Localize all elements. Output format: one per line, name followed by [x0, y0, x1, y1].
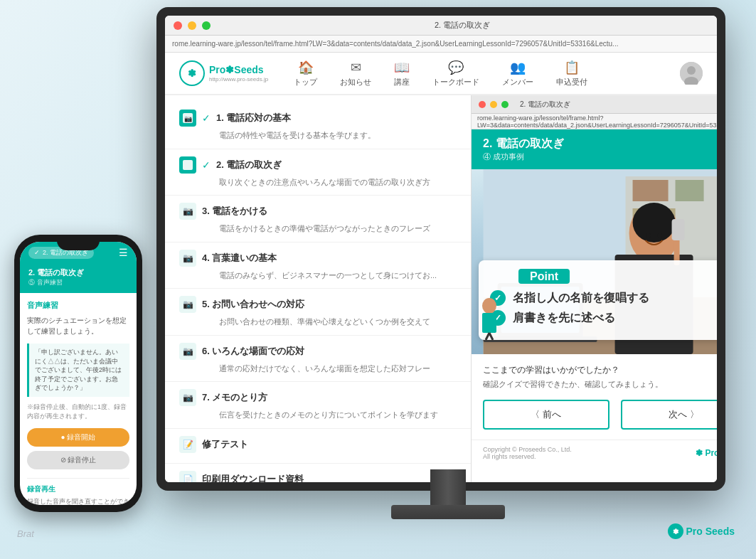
svg-point-22 [658, 233, 662, 238]
svg-rect-5 [183, 160, 193, 170]
inner-close-btn[interactable] [479, 101, 486, 108]
footer-logo-icon: ✽ [696, 448, 703, 458]
stand-base [391, 505, 505, 519]
lesson-4-icon: 📷 [179, 250, 196, 267]
nav-news[interactable]: ✉ お知らせ [329, 54, 383, 93]
lesson-6-header: 📷 6. いろんな場面での応対 [179, 343, 457, 360]
lesson-6-title: 6. いろんな場面での応対 [202, 345, 304, 358]
lesson-4-header: 📷 4. 言葉遣いの基本 [179, 250, 457, 267]
lesson-footer: Copyright © Proseeds Co., Ltd. All right… [472, 440, 717, 466]
next-button[interactable]: 次へ 〉 [621, 400, 717, 430]
nav-apply[interactable]: 📋 申込受付 [545, 54, 599, 93]
record-start-button[interactable]: ● 録音開始 [27, 428, 129, 447]
mac-titlebar: 2. 電話の取次ぎ [165, 16, 717, 36]
desktop-monitor: 2. 電話の取次ぎ rome.learning-ware.jp/lesson/t… [156, 7, 740, 548]
nav-course-label: 講座 [394, 77, 410, 87]
lesson-item-6[interactable]: 📷 6. いろんな場面での応対 通常の応対だけでなく、いろんな場面を想定した応対… [165, 336, 471, 383]
svg-point-16 [633, 203, 676, 243]
logo-icon: ✽ [179, 60, 205, 86]
point-text-2: 肩書きを先に述べる [513, 311, 615, 326]
lesson-7-icon: 📷 [179, 389, 196, 406]
maximize-btn[interactable] [202, 21, 211, 30]
phone-quote-box: 「申し訳ございません。あいにく△△は、ただいま会議中でございまして、午後2時には… [27, 344, 129, 397]
inner-window-title: 2. 電話の取次ぎ [520, 100, 570, 110]
lesson-item-2[interactable]: ✓ 2. 電話の取次ぎ 取り次ぐときの注意点やいろんな場面での電話の取り次ぎ方 [165, 149, 471, 196]
lesson-5-icon: 📷 [179, 296, 196, 313]
svg-point-1 [687, 66, 696, 75]
inner-maximize-btn[interactable] [501, 101, 509, 108]
phone-hamburger-icon[interactable]: ☰ [119, 247, 128, 258]
svg-point-21 [646, 233, 651, 238]
quiz-sub: 確認クイズで習得できたか、確認してみましょう。 [483, 379, 717, 390]
inner-minimize-btn[interactable] [490, 101, 497, 108]
inner-url-text: rome.learning-ware.jp/lesson/tel/frame.h… [477, 115, 717, 129]
lesson-1-header: 📷 ✓ 1. 電話応対の基本 [179, 110, 457, 127]
close-btn[interactable] [174, 21, 182, 30]
point-item-1: ✓ 名指し人の名前を復唱する [490, 290, 717, 306]
nav-members[interactable]: 👥 メンバー [491, 54, 545, 93]
brand-text-left: Brat [17, 528, 34, 539]
photo-area: Point ✓ 名指し人の名前を復唱する ✓ [472, 169, 717, 354]
footer-logo-text: Pro Seeds [705, 448, 717, 458]
point-header: Point [490, 270, 717, 283]
nav-items: 🏠 トップ ✉ お知らせ 📖 講座 💬 ト [282, 54, 680, 93]
nav-top[interactable]: 🏠 トップ [282, 54, 329, 93]
prev-button[interactable]: 〈 前へ [483, 400, 609, 430]
playback-title: 録音再生 [27, 484, 129, 494]
playback-text: 録音した音声を聞き直すことができます。納得できるまで繰り返しましょう。 [27, 497, 129, 505]
logo-text: Pro✽Seeds [209, 64, 268, 76]
lesson-2-title: 2. 電話の取次ぎ [216, 159, 282, 171]
lesson-1-icon: 📷 [179, 110, 196, 127]
nav-talkboard[interactable]: 💬 トークボード [421, 54, 491, 93]
lesson-1-check: ✓ [202, 112, 211, 124]
lesson-item-1[interactable]: 📷 ✓ 1. 電話応対の基本 電話の特性や電話を受ける基本を学びます。 [165, 102, 471, 149]
lesson-item-3[interactable]: 📷 3. 電話をかける 電話をかけるときの準備や電話がつながったときのフレーズ [165, 196, 471, 243]
lesson-5-desc: お問い合わせの種類、準備や心壊えなどいくつか例を交えて [219, 316, 457, 328]
svg-point-23 [482, 298, 496, 314]
nav-course[interactable]: 📖 講座 [383, 54, 421, 93]
members-icon: 👥 [510, 60, 526, 75]
quiz-prompt: ここまでの学習はいかがでしたか？ [483, 364, 717, 376]
nav-news-label: お知らせ [340, 77, 371, 87]
svg-rect-8 [633, 180, 669, 201]
copyright-line1: Copyright © Proseeds Co., Ltd. [483, 446, 572, 453]
lesson-item-4[interactable]: 📷 4. 言葉遣いの基本 電話のみならず、ビジネスマナーの一つとして身につけてお… [165, 243, 471, 289]
lesson-item-5[interactable]: 📷 5. お問い合わせへの対応 お問い合わせの種類、準備や心壊えなどいくつか例を… [165, 289, 471, 336]
lesson-item-7[interactable]: 📷 7. メモのとり方 伝言を受けたときのメモのとり方についてポイントを学びます [165, 382, 471, 429]
nav-logo: ✽ Pro✽Seeds http://www.pro-seeds.jp [179, 60, 268, 86]
lesson-1-desc: 電話の特性や電話を受ける基本を学びます。 [219, 129, 457, 142]
phone-lesson-sub: ⑤ 音声練習 [28, 278, 128, 287]
nav-talkboard-label: トークボード [432, 77, 479, 87]
lesson-7-title: 7. メモのとり方 [202, 391, 267, 404]
lesson-4-title: 4. 言葉遣いの基本 [202, 252, 277, 265]
minimize-btn[interactable] [188, 21, 196, 30]
monitor-stand [391, 469, 505, 519]
phone-check-icon: ✓ [34, 249, 40, 256]
point-item-2: ✓ 肩書きを先に述べる [490, 310, 717, 326]
book-icon: 📖 [394, 60, 410, 75]
lesson-content: 2. 電話の取次ぎ ④ 成功事例 ☰ [472, 129, 717, 482]
lesson-dl-title: 印刷用ダウンロード資料 [202, 473, 304, 483]
phone-note: ※録音停止後、自動的に1度、録音内容が再生されます。 [27, 403, 129, 421]
phone-screen: ✓ 2. 電話の取次ぎ ☰ 2. 電話の取次ぎ ⑤ 音声練習 音声練習 実際のシ… [20, 242, 137, 505]
lesson-dl-icon: 📄 [179, 471, 196, 483]
lesson-2-desc: 取り次ぐときの注意点やいろんな場面での電話の取り次ぎ方 [219, 176, 457, 188]
monitor-frame: 2. 電話の取次ぎ rome.learning-ware.jp/lesson/t… [156, 7, 725, 491]
lesson-7-header: 📷 7. メモのとり方 [179, 389, 457, 406]
phone-content[interactable]: 音声練習 実際のシチュエーションを想定して練習しましょう。 「申し訳ございません… [20, 293, 137, 505]
lesson-3-icon: 📷 [179, 203, 196, 220]
record-stop-button[interactable]: ⊘ 録音停止 [27, 451, 129, 469]
svg-rect-20 [672, 219, 685, 240]
point-badge-wrapper: Point [518, 270, 570, 283]
lesson-item-final[interactable]: 📝 修了テスト [165, 429, 471, 464]
lesson-nav-buttons: 〈 前へ 次へ 〉 [483, 400, 717, 430]
lesson-header: 2. 電話の取次ぎ ④ 成功事例 ☰ [472, 129, 717, 169]
user-avatar[interactable] [680, 62, 703, 85]
lesson-3-title: 3. 電話をかける [202, 205, 267, 218]
lesson-final-header: 📝 修了テスト [179, 436, 457, 453]
nav-members-label: メンバー [502, 77, 533, 87]
logo-sub: http://www.pro-seeds.jp [209, 76, 268, 82]
footer-logo: ✽ Pro Seeds [696, 448, 717, 458]
lesson-main-title: 2. 電話の取次ぎ [483, 137, 564, 151]
url-bar: rome.learning-ware.jp/lesson/tel/frame.h… [165, 36, 717, 53]
